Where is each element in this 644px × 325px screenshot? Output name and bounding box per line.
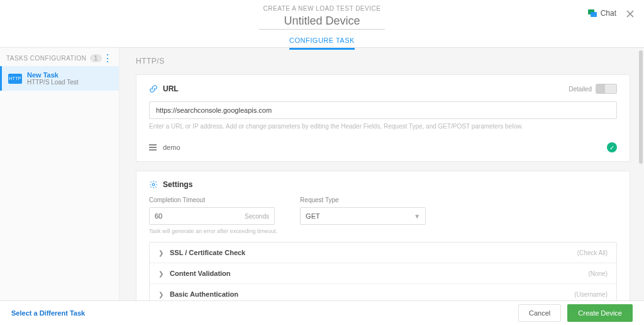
request-type-value: GET: [306, 212, 320, 220]
request-type-label: Request Type: [300, 197, 426, 203]
timeout-suffix: Seconds: [245, 213, 269, 220]
section-title: HTTP/S: [136, 57, 630, 66]
main-content: HTTP/S URL Detailed OFF Enter a URL or I…: [119, 48, 644, 300]
footer: Select a Different Task Cancel Create De…: [0, 300, 644, 325]
chat-label: Chat: [601, 9, 616, 18]
chat-icon: [588, 9, 597, 17]
timeout-hint: Task will generate an error after exceed…: [149, 228, 277, 234]
detailed-toggle[interactable]: OFF: [596, 84, 617, 94]
task-name: New Task: [27, 71, 79, 79]
settings-card-title: Settings: [163, 180, 192, 189]
reorder-icon[interactable]: [149, 144, 157, 151]
detailed-label: Detailed: [569, 86, 592, 93]
close-icon[interactable]: [625, 9, 635, 19]
accordion-basic-auth[interactable]: ❯ Basic Authentication (Username): [150, 283, 616, 300]
timeout-input[interactable]: [155, 212, 245, 220]
http-icon: HTTP: [8, 74, 22, 84]
settings-card: Settings Completion Timeout Seconds Task…: [136, 171, 630, 300]
cancel-button[interactable]: Cancel: [518, 304, 561, 322]
sidebar-task-item[interactable]: HTTP New Task HTTP/S Load Test: [0, 66, 119, 91]
select-different-task-link[interactable]: Select a Different Task: [11, 309, 85, 317]
scrollbar[interactable]: [639, 50, 643, 164]
tab-configure-task[interactable]: CONFIGURE TASK: [289, 37, 355, 50]
sidebar: TASKS CONFIGURATION 1 ⋮ HTTP New Task HT…: [0, 48, 119, 300]
chat-button[interactable]: Chat: [588, 9, 616, 18]
chevron-right-icon: ❯: [158, 291, 164, 298]
request-type-select[interactable]: GET ▼: [300, 207, 426, 225]
device-name-input[interactable]: [259, 13, 385, 30]
accordion-ssl[interactable]: ❯ SSL / Certificate Check (Check All): [150, 242, 616, 263]
check-icon: ✓: [607, 142, 617, 152]
header-banner: CREATE A NEW LOAD TEST DEVICE: [0, 0, 644, 12]
svg-point-0: [152, 183, 155, 186]
page-header: CREATE A NEW LOAD TEST DEVICE CONFIGURE …: [0, 0, 644, 48]
chevron-right-icon: ❯: [158, 270, 164, 277]
create-device-button[interactable]: Create Device: [567, 304, 633, 322]
url-hint: Enter a URL or IP address. Add or change…: [149, 123, 617, 130]
chevron-down-icon: ▼: [414, 213, 420, 220]
gear-icon: [149, 180, 158, 189]
url-card: URL Detailed OFF Enter a URL or IP addre…: [136, 74, 630, 162]
more-icon[interactable]: ⋮: [103, 55, 113, 62]
timeout-label: Completion Timeout: [149, 197, 277, 203]
chevron-right-icon: ❯: [158, 249, 164, 256]
url-input[interactable]: [149, 101, 617, 119]
demo-label: demo: [163, 144, 601, 151]
link-icon: [149, 84, 158, 93]
timeout-input-wrap: Seconds: [149, 207, 275, 225]
settings-accordion: ❯ SSL / Certificate Check (Check All) ❯ …: [149, 242, 617, 300]
task-type: HTTP/S Load Test: [27, 79, 79, 86]
url-card-title: URL: [163, 84, 179, 93]
accordion-content-validation[interactable]: ❯ Content Validation (None): [150, 263, 616, 283]
task-count-badge: 1: [90, 54, 101, 62]
sidebar-title: TASKS CONFIGURATION: [6, 55, 86, 62]
